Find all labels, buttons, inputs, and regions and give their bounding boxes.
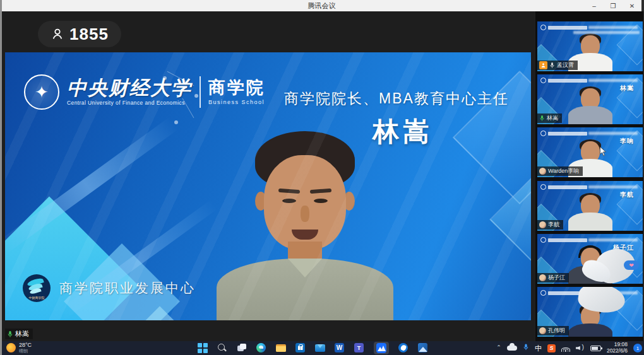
thumb-logo-icon xyxy=(540,25,546,30)
tencent-meeting-icon-active[interactable] xyxy=(374,342,389,354)
search-icon[interactable] xyxy=(217,343,227,353)
thumb-bg-name: 李航 xyxy=(620,190,634,199)
app-window: 腾讯会议 – ❐ ✕ 1855 xyxy=(0,0,644,355)
weather-sun-icon xyxy=(6,343,16,352)
participant-name: 李航 xyxy=(548,221,559,229)
participant-tile[interactable]: 李响 Warden李响 xyxy=(537,127,643,177)
tray-date: 2022/6/6 xyxy=(607,348,628,354)
career-center-text: 商学院职业发展中心 xyxy=(59,279,196,297)
onedrive-icon[interactable] xyxy=(507,346,517,351)
participant-avatar xyxy=(539,327,546,334)
restore-button[interactable]: ❐ xyxy=(609,3,617,9)
participant-name-label: Warden李响 xyxy=(537,166,583,176)
browser-app-icon[interactable] xyxy=(398,343,408,353)
edge-icon[interactable] xyxy=(256,343,266,353)
microsoft-store-icon[interactable] xyxy=(295,343,306,353)
circuit-decoration xyxy=(174,120,178,124)
taskbar-center-icons: W T xyxy=(198,341,428,355)
volume-icon[interactable] xyxy=(576,344,585,352)
logo-divider xyxy=(200,76,201,108)
thumb-logo-icon xyxy=(540,184,546,190)
participant-count-pill[interactable]: 1855 xyxy=(38,21,121,47)
heart-reaction: ❤ xyxy=(624,260,639,270)
participant-sidebar: 孟汉霄 林嵩 林嵩 李响 xyxy=(535,11,643,341)
university-logo-block: 中央财经大学 Central University of Finance and… xyxy=(24,74,265,110)
thumb-logo-icon xyxy=(540,290,546,296)
meeting-stage: 1855 中央财经大学 Central University of Financ… xyxy=(2,11,534,341)
university-name-en: Central University of Finance and Econom… xyxy=(67,100,192,106)
main-name-text: 林嵩 xyxy=(15,329,29,339)
wifi-icon[interactable] xyxy=(561,345,570,352)
microphone-icon xyxy=(549,62,555,69)
ime-indicator[interactable]: 中 xyxy=(535,344,542,353)
university-name-cn: 中央财经大学 xyxy=(67,78,192,98)
participant-name-label: 林嵩 xyxy=(537,113,562,123)
window-title: 腾讯会议 xyxy=(308,1,336,11)
battery-icon[interactable] xyxy=(590,346,601,351)
microphone-icon xyxy=(7,330,13,338)
weather-condition: 晴朗 xyxy=(19,349,32,354)
main-video[interactable]: 中央财经大学 Central University of Finance and… xyxy=(5,52,531,320)
mouse-cursor xyxy=(599,146,607,156)
notification-badge[interactable]: 1 xyxy=(633,344,642,352)
participant-avatar xyxy=(539,274,546,281)
school-name-en: Business School xyxy=(208,100,265,105)
minimize-button[interactable]: – xyxy=(590,3,599,9)
thumb-logo-icon xyxy=(540,78,546,83)
university-emblem-icon xyxy=(24,74,59,110)
tray-expand-icon[interactable]: ⌃ xyxy=(496,344,501,351)
system-tray: ⌃ 中 S 19:08 2022/6/6 1 xyxy=(496,341,642,355)
speaker-video-person xyxy=(213,137,397,320)
titlebar: 腾讯会议 – ❐ ✕ xyxy=(2,0,641,11)
participant-avatar xyxy=(539,168,546,175)
participant-tile[interactable]: 林嵩 林嵩 xyxy=(537,74,643,124)
file-explorer-icon[interactable] xyxy=(276,343,286,353)
participant-name-label: 孔伟明 xyxy=(537,326,569,335)
participant-name: 孔伟明 xyxy=(548,327,565,335)
window-controls: – ❐ ✕ xyxy=(590,0,636,11)
teams-icon[interactable]: T xyxy=(354,343,364,353)
thumb-logo-icon xyxy=(540,131,546,136)
microphone-icon xyxy=(539,115,545,122)
participant-avatar xyxy=(539,221,546,228)
weather-widget[interactable]: 28°C 晴朗 xyxy=(6,342,32,354)
school-name-cn: 商学院 xyxy=(208,79,265,96)
participants-icon xyxy=(51,27,64,41)
school-footer-logo-icon: 中财商学院 xyxy=(23,274,51,302)
slide-streak xyxy=(5,117,179,255)
participant-name: 林嵩 xyxy=(547,114,558,122)
thumb-bg-name: 林嵩 xyxy=(620,84,634,93)
participant-name: Warden李响 xyxy=(548,167,579,175)
task-view-icon[interactable] xyxy=(237,343,247,353)
clock-widget[interactable]: 19:08 2022/6/6 xyxy=(607,342,628,354)
participant-tile[interactable]: 李航 李航 xyxy=(537,181,643,231)
participant-name: 孟汉霄 xyxy=(557,61,574,69)
participant-tile[interactable]: 孔伟明 xyxy=(537,287,643,337)
slide-footer: 中财商学院 商学院职业发展中心 xyxy=(23,274,196,302)
footer-logo-text: 中财商学院 xyxy=(23,296,51,300)
participant-tile[interactable]: 孟汉霄 xyxy=(537,21,643,71)
word-icon[interactable]: W xyxy=(335,343,345,353)
mail-icon[interactable] xyxy=(315,343,325,353)
participant-name-label: 孟汉霄 xyxy=(537,61,578,70)
thumb-logo-icon xyxy=(540,237,546,243)
weather-temp: 28°C xyxy=(19,342,32,349)
tray-microphone-icon[interactable] xyxy=(523,342,529,354)
participant-tile[interactable]: 杨子江 ❤ 杨子江 xyxy=(537,234,643,284)
windows-taskbar: 28°C 晴朗 W T ⌃ xyxy=(2,341,644,355)
thumb-bg-name: 李响 xyxy=(620,137,634,146)
sogou-input-icon[interactable]: S xyxy=(547,344,556,352)
participant-count: 1855 xyxy=(69,25,109,44)
close-button[interactable]: ✕ xyxy=(628,3,636,9)
start-button-icon[interactable] xyxy=(198,343,208,353)
main-video-name-label: 林嵩 xyxy=(5,329,33,339)
participant-name-label: 李航 xyxy=(537,220,563,230)
participant-name: 杨子江 xyxy=(548,274,565,282)
speaker-role-title: 商学院院长、MBA教育中心主任 xyxy=(270,89,523,108)
hand-raised-icon xyxy=(539,61,547,69)
photos-icon[interactable] xyxy=(418,343,428,353)
participant-name-label: 杨子江 xyxy=(537,273,569,282)
